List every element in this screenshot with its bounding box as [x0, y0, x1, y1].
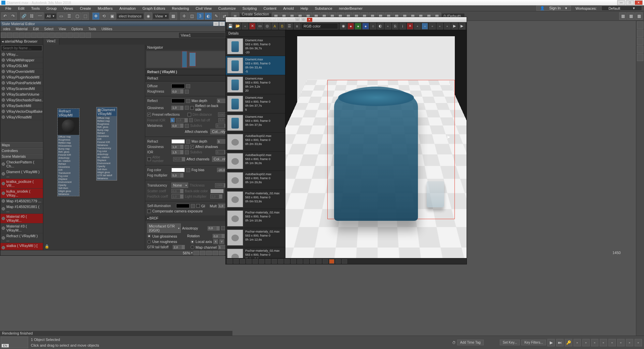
- mapch-radio[interactable]: [191, 245, 194, 249]
- menu-arnold[interactable]: Arnold: [280, 6, 297, 10]
- history-item[interactable]: Puchar-materialy_02.max583 x 800, frame …: [226, 228, 285, 247]
- viewport-nav-2[interactable]: ▫: [582, 339, 590, 346]
- viewport-nav-1[interactable]: ▫: [574, 339, 581, 346]
- history-item[interactable]: AutoBackup02.max583 x 800, frame 00h 2m …: [226, 133, 285, 152]
- pivot-button[interactable]: ◉: [145, 12, 152, 20]
- browser-item[interactable]: VRayPointParticleMtl: [0, 80, 43, 86]
- fogcolor-map-button[interactable]: [186, 168, 190, 172]
- time-slider-icon[interactable]: ⏱: [452, 341, 456, 345]
- rotation-spinner[interactable]: 0,0: [213, 234, 225, 238]
- vfb-dup-button[interactable]: ▫: [242, 23, 248, 30]
- scene-material-item[interactable]: kratka_podloze ( VR...: [0, 179, 43, 189]
- slate-tb-10[interactable]: [55, 33, 61, 38]
- reflect-map-button[interactable]: [186, 99, 190, 103]
- rect-select-button[interactable]: ▢: [73, 12, 81, 20]
- vfb-pixel-button[interactable]: i: [399, 23, 406, 30]
- slate-maximize-button[interactable]: □: [219, 22, 225, 26]
- scene-material-item[interactable]: Material #3 ( VRayM...: [0, 223, 43, 233]
- history-item[interactable]: Puchar-materialy_02.max583 x 800, frame …: [226, 209, 285, 228]
- percent-snap-toggle[interactable]: 3: [197, 12, 204, 20]
- slate-tb-9[interactable]: [49, 33, 55, 38]
- history-item[interactable]: Puchar-materialy_02.max583 x 800, frame …: [226, 247, 285, 258]
- controllers-group[interactable]: Controllers: [0, 148, 43, 154]
- anim-end-button[interactable]: ⏭: [556, 339, 564, 346]
- bind-button[interactable]: 〰: [36, 12, 44, 20]
- slate-menu-material[interactable]: Material: [13, 27, 31, 31]
- slate-tb-12[interactable]: [67, 33, 73, 38]
- refract-gloss-map-button[interactable]: [185, 145, 189, 149]
- history-item[interactable]: Diament.max583 x 800, frame 00h 0m 36,7s…: [226, 37, 285, 56]
- slate-menu-edit[interactable]: Edit: [30, 27, 41, 31]
- vfb-minimize-button[interactable]: —: [295, 18, 300, 22]
- vfb-stb-18[interactable]: [335, 259, 341, 264]
- menu-tools[interactable]: Tools: [28, 6, 43, 10]
- slate-menu-view[interactable]: View: [56, 27, 69, 31]
- slate-tb-15[interactable]: [86, 33, 91, 38]
- menu-modifiers[interactable]: Modifiers: [94, 6, 116, 10]
- slate-zoomext-button[interactable]: [206, 251, 212, 255]
- selection-filter[interactable]: All ▾: [44, 13, 57, 19]
- vfb-stb-11[interactable]: [291, 259, 296, 264]
- select-button[interactable]: ▭: [57, 12, 65, 20]
- vfb-alpha-button[interactable]: ○: [370, 23, 376, 30]
- slate-menu-options[interactable]: Options: [69, 27, 86, 31]
- slate-minimize-button[interactable]: —: [213, 22, 219, 26]
- rotate-button[interactable]: ⟲: [100, 12, 108, 20]
- scene-material-item[interactable]: Map #1459281881 ( ...: [0, 204, 43, 214]
- scene-materials-group[interactable]: Scene Materials: [0, 154, 43, 159]
- angle-snap-toggle[interactable]: ◫: [189, 12, 196, 20]
- slate-view-tab-1[interactable]: View1: [43, 39, 59, 45]
- slate-titlebar[interactable]: Slate Material Editor — □ ✕: [0, 21, 232, 26]
- slate-menu-utilities[interactable]: Utilities: [99, 27, 115, 31]
- viewport-nav-7[interactable]: ▫: [626, 339, 633, 346]
- scene-material-item[interactable]: siatka ( VRayMtl ) [ ...: [0, 243, 43, 250]
- selfillum-swatch[interactable]: [176, 204, 190, 208]
- scene-material-item[interactable]: Refract ( VRayMtl ) ...: [0, 233, 43, 243]
- scale-button[interactable]: ▣: [108, 12, 116, 20]
- browser-item[interactable]: VRay...: [0, 52, 43, 57]
- axis-x-button[interactable]: X: [213, 239, 218, 244]
- compensate-checkbox[interactable]: [147, 209, 151, 213]
- backside-checkbox[interactable]: [190, 106, 194, 110]
- display-tab[interactable]: [637, 54, 643, 61]
- slate-tb-14[interactable]: [79, 33, 85, 38]
- render-button[interactable]: ▦: [627, 12, 635, 20]
- redo-button[interactable]: ↷: [9, 12, 17, 20]
- menu-substance[interactable]: Substance: [312, 6, 336, 10]
- slate-menu-tools[interactable]: Tools: [86, 27, 99, 31]
- selfillum-map-button[interactable]: [191, 204, 195, 208]
- menu-edit[interactable]: Edit: [15, 6, 28, 10]
- diffuse-map-button[interactable]: [186, 84, 190, 88]
- menu-file[interactable]: File: [2, 6, 15, 10]
- slate-view-dropdown[interactable]: View1: [178, 32, 225, 38]
- menu-customize[interactable]: Customize: [215, 6, 239, 10]
- vfb-stb-15[interactable]: [316, 259, 322, 264]
- menu-animation[interactable]: Animation: [116, 6, 139, 10]
- ior-spinner[interactable]: 1,5: [171, 150, 183, 154]
- slate-tb-4[interactable]: [19, 33, 24, 38]
- vfb-stb-8[interactable]: [272, 259, 277, 264]
- viewport-nav-3[interactable]: ▫: [591, 339, 598, 346]
- menu-grapheditors[interactable]: Graph Editors: [139, 6, 169, 10]
- scene-material-item[interactable]: Map #1459281779 ...: [0, 198, 43, 204]
- move-button[interactable]: ✥: [92, 12, 100, 20]
- vfb-stb-14[interactable]: [310, 259, 315, 264]
- slate-tb-2[interactable]: [7, 33, 12, 38]
- scene-material-item[interactable]: CheckerPattern ( Ch...: [0, 159, 43, 169]
- spinner-snap-toggle[interactable]: ◐: [205, 12, 212, 20]
- fogcolor-swatch[interactable]: [171, 168, 185, 172]
- vfb-ab-b-button[interactable]: B: [279, 23, 285, 30]
- vfb-stop-button[interactable]: ✕: [407, 23, 413, 30]
- vfb-stb-3[interactable]: [240, 259, 245, 264]
- vfb-stb-19[interactable]: [342, 259, 347, 264]
- ior-map-button[interactable]: [185, 150, 189, 154]
- fresnel-ior-map-button[interactable]: [189, 118, 193, 122]
- slate-menu-modes[interactable]: odes: [0, 27, 13, 31]
- translucency-dropdown[interactable]: None: [171, 183, 188, 188]
- browser-item[interactable]: VRayVectorDisplBake: [0, 109, 43, 114]
- vfb-stb-12[interactable]: [297, 259, 303, 264]
- menu-scripting[interactable]: Scripting: [239, 6, 260, 10]
- vfb-stb-9[interactable]: [278, 259, 283, 264]
- history-item[interactable]: Diament.max583 x 800, frame 00h 1m 3,2s2…: [226, 75, 285, 94]
- viewport-nav-5[interactable]: ▫: [608, 339, 616, 346]
